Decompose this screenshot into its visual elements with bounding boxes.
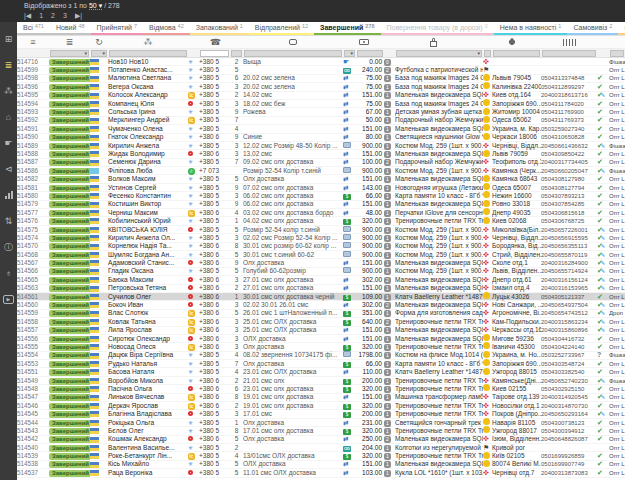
qty-badge: 1	[384, 445, 391, 452]
tag-cell: Опт L	[609, 385, 625, 393]
filter-box[interactable]	[493, 50, 540, 57]
sliders-icon[interactable]: ⇅	[0, 208, 17, 234]
qty-cell: 1	[384, 444, 395, 452]
client-icon[interactable]: ⁂	[108, 37, 188, 47]
tab-Новий[interactable]: Новий48	[50, 22, 91, 35]
amount-cell: 351.00	[356, 309, 384, 317]
product-cell: Форма для изготовления садов...	[395, 309, 483, 317]
filter-box[interactable]: ▾	[344, 50, 355, 57]
order-id-cell: 514592	[17, 116, 49, 124]
tab-Сервіси[interactable]: Сервіси0	[618, 22, 625, 35]
phone-icon[interactable]: ☎	[188, 37, 243, 47]
amount-cell: 50.00	[356, 116, 384, 124]
pager-page[interactable]: 1	[39, 12, 43, 20]
hand-pointer-icon[interactable]: ☛	[0, 130, 17, 156]
pager-first-icon[interactable]: |◀	[24, 12, 31, 20]
location-icon[interactable]	[483, 39, 541, 45]
payment-transfer-icon: ⇄	[343, 158, 348, 165]
status-cell: Завершений	[49, 427, 90, 435]
source-icon[interactable]: ↻	[90, 37, 108, 47]
tag-cell: Опт L	[609, 175, 625, 183]
shop-icon[interactable]: ⌂	[0, 104, 17, 130]
clients-icon[interactable]: ⁂	[0, 78, 17, 104]
pager-page[interactable]: 3	[63, 12, 67, 20]
flag-cell	[90, 167, 108, 175]
tab-Завершений[interactable]: Завершений278	[314, 22, 380, 35]
table-row[interactable]: 514537ЗавершенийРаца Вероніка+380 5511.0…	[17, 469, 625, 477]
payment-cell	[343, 226, 356, 234]
amount-cell: 302.00	[356, 301, 384, 309]
orders-icon[interactable]: ≣	[0, 52, 17, 78]
flag-cell	[90, 108, 108, 116]
delivery-ukrposhta-icon	[483, 460, 490, 467]
tab-Повернення товару (в дорозі)[interactable]: Повернення товару (в дорозі)0	[381, 22, 494, 35]
video-icon[interactable]: ▶	[0, 286, 17, 312]
payment-cell: ⇄	[343, 259, 356, 267]
filter-box[interactable]	[231, 50, 242, 57]
amount-cell: 103.00	[356, 469, 384, 477]
pager-last-icon[interactable]: ▶|	[75, 12, 82, 20]
filter-box[interactable]	[357, 50, 383, 57]
filter-box[interactable]	[109, 50, 187, 57]
tab-Нема в наявності[interactable]: Нема в наявності1	[494, 22, 568, 35]
info-icon[interactable]: ⓘ	[0, 234, 17, 260]
status-cell: Завершений	[49, 460, 90, 468]
filter-box[interactable]	[244, 50, 342, 57]
tracking-icon[interactable]	[541, 39, 597, 46]
comment-icon[interactable]	[243, 39, 343, 45]
filter-box[interactable]: ▾	[50, 50, 89, 57]
country-flag-icon	[90, 118, 99, 124]
tab-Прийнятий[interactable]: Прийнятий7	[91, 22, 144, 35]
megaphone-icon[interactable]: ⊲	[0, 156, 17, 182]
filter-box[interactable]	[542, 50, 596, 57]
count-cell: 1	[230, 293, 243, 301]
qty-cell: 1	[384, 452, 395, 460]
payment-cell	[343, 242, 356, 250]
order-id-cell: 514716	[17, 58, 49, 66]
status-badge: Завершений	[49, 327, 90, 334]
phone-cell: +7 073	[199, 167, 230, 175]
order-id-icon[interactable]: ≡	[17, 37, 49, 47]
country-flag-icon	[90, 244, 99, 250]
delivery-icon-cell	[483, 133, 492, 142]
status-icon[interactable]: ≣	[49, 37, 90, 47]
filter-box[interactable]: ▾	[396, 50, 482, 57]
filter-box[interactable]: ▾	[91, 50, 107, 57]
count-cell: 7	[230, 360, 243, 368]
tab-Всі[interactable]: Всі471	[17, 22, 50, 35]
tab-Відправлений[interactable]: Відправлений12	[249, 22, 314, 35]
globe-icon[interactable]: ♁	[0, 260, 17, 286]
source-ring-icon	[188, 470, 193, 475]
phone-cell: +380 6	[199, 133, 230, 141]
product-icon[interactable]	[384, 38, 483, 47]
page-size-dropdown[interactable]: 50 ▾	[89, 2, 102, 10]
status-tabs: Всі471Новий48Прийнятий7Відмова42Запакова…	[17, 22, 625, 36]
product-cell: Маленькая видеокамера SQ8 *...	[395, 91, 483, 99]
status-badge: Завершений	[49, 176, 90, 183]
filter-box[interactable]	[610, 50, 624, 57]
flag-cell	[90, 251, 108, 259]
qty-cell: 2	[384, 66, 395, 74]
country-flag-icon	[90, 462, 99, 468]
tab-Самовивіз[interactable]: Самовивіз2	[567, 22, 618, 35]
filter-box[interactable]	[484, 50, 491, 57]
dashboard-icon[interactable]: ⊞	[0, 26, 17, 52]
tab-Запакований[interactable]: Запакований1	[190, 22, 249, 35]
qty-cell: 1	[384, 393, 395, 401]
order-id-cell: 514560	[17, 301, 49, 309]
country-flag-icon	[90, 260, 99, 266]
payment-icon[interactable]	[343, 39, 384, 45]
flag-cell	[90, 100, 108, 108]
phone-cell: +380 6	[199, 435, 230, 443]
chart-icon[interactable]	[0, 182, 17, 208]
payment-cash-icon: $	[343, 404, 351, 410]
payment-cell: ⇄	[343, 419, 356, 427]
amount-cell: 0.00	[356, 58, 384, 66]
filter-input[interactable]	[200, 50, 229, 57]
tab-Відмова[interactable]: Відмова42	[143, 22, 190, 35]
amount-cell: 67.00	[356, 108, 384, 116]
qty-badge: 1	[384, 386, 391, 393]
pager-page[interactable]: 2	[51, 12, 55, 20]
status-cell: Завершений	[49, 301, 90, 309]
flag-cell	[90, 175, 108, 183]
